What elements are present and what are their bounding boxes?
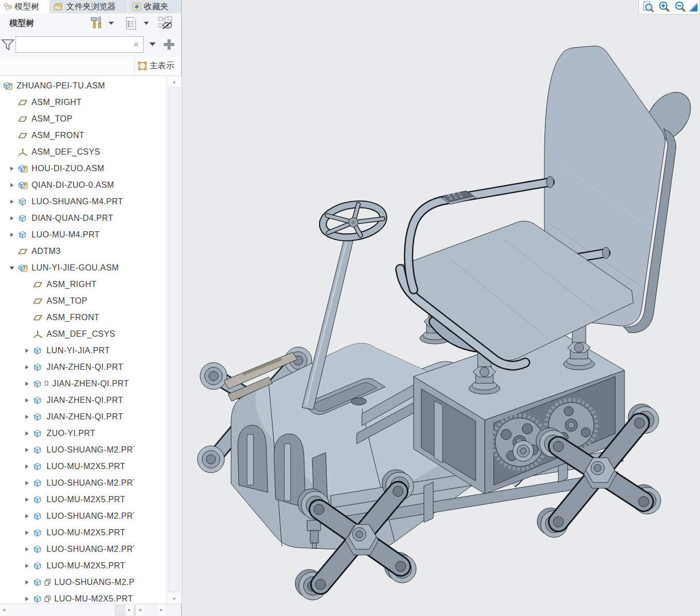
tree-item[interactable]: LUO-SHUANG-M4.PRT [0, 193, 134, 210]
model-tree-tab-icon [4, 3, 12, 11]
expand-icon[interactable] [7, 230, 17, 240]
column-scroll-left-icon[interactable]: ◄ [136, 604, 144, 615]
tree-item-label: ASM_FRONT [47, 313, 99, 322]
scroll-up-icon[interactable]: ▲ [167, 76, 181, 87]
column-header-label: 主表示 [149, 61, 174, 71]
tree-item[interactable]: LUO-MU-M2X5.PRT [0, 558, 134, 574]
zoom-in-icon[interactable] [656, 1, 672, 14]
scroll-down-icon[interactable]: ▼ [167, 593, 181, 604]
tree-item[interactable]: JIAN-ZHEN-QI.PRT [0, 359, 134, 375]
expand-icon[interactable] [22, 379, 32, 389]
zoom-out-icon[interactable] [672, 1, 688, 14]
copy-marker-icon [44, 579, 51, 586]
expand-icon[interactable] [7, 180, 17, 190]
tree-item[interactable]: ASM_DEF_CSYS [0, 326, 134, 342]
expand-icon[interactable] [7, 163, 17, 174]
tree-item[interactable]: LUO-SHUANG-M2.PRT [0, 442, 134, 458]
tree-item[interactable]: LUO-MU-M2X5.PRT [0, 524, 134, 541]
expand-icon[interactable] [7, 213, 17, 223]
tree-item-label: JIAN-ZHEN-QI.PRT [52, 379, 129, 388]
tree-item[interactable]: JIAN-ZHEN-QI.PRT [0, 409, 134, 425]
expand-icon[interactable] [22, 561, 32, 571]
model-3d-view[interactable] [182, 0, 700, 616]
datum-plane-icon [32, 279, 43, 290]
expand-icon[interactable] [22, 345, 32, 356]
expander-placeholder [22, 312, 32, 323]
expand-icon[interactable] [7, 197, 17, 207]
tree-item[interactable]: ASM_FRONT [0, 309, 134, 326]
datum-plane-icon [17, 130, 28, 141]
tree-item[interactable]: DIAN-QUAN-D4.PRT [0, 210, 134, 227]
tree-visibility-icon[interactable] [158, 16, 173, 31]
expand-icon[interactable] [22, 428, 32, 439]
zoom-window-icon[interactable] [640, 1, 656, 14]
tree-vertical-scrollbar[interactable]: ▲ ▼ [166, 76, 181, 604]
tab-model-tree[interactable]: 模型树 [0, 0, 49, 13]
expand-icon[interactable] [22, 461, 32, 472]
tree-item[interactable]: ASM_FRONT [0, 127, 134, 144]
tree-item[interactable]: JIAN-ZHEN-QI.PRT [0, 392, 134, 409]
tab-folder-browser[interactable]: 文件夹浏览器 [49, 0, 128, 13]
tree-item[interactable]: LUO-SHUANG-M2.PRT [0, 574, 134, 591]
tools-icon[interactable] [89, 16, 104, 31]
clear-search-icon[interactable]: × [131, 38, 141, 51]
expand-icon[interactable] [22, 594, 32, 604]
tree-horizontal-scrollbar[interactable] [8, 604, 125, 615]
tree-item[interactable]: LUN-YI-JIE-GOU.ASM [0, 260, 134, 276]
part-icon [32, 428, 43, 439]
scroll-left-icon[interactable]: ◄ [0, 604, 8, 615]
search-dropdown-icon[interactable] [149, 42, 156, 46]
tree-item[interactable]: JIAN-ZHEN-QI.PRT [0, 375, 134, 392]
expand-icon[interactable] [22, 395, 32, 405]
tree-item[interactable]: LUO-MU-M2X5.PRT [0, 591, 134, 604]
part-icon [17, 213, 28, 223]
tree-item[interactable]: ASM_RIGHT [0, 276, 134, 293]
expand-icon[interactable] [22, 511, 32, 521]
seat-chair-part[interactable] [399, 46, 699, 366]
settings-list-icon[interactable] [123, 16, 139, 31]
assembly-icon [17, 163, 28, 174]
collapse-icon[interactable] [7, 263, 17, 273]
settings-dropdown-icon[interactable] [144, 22, 149, 25]
expand-icon[interactable] [22, 445, 32, 455]
graphics-area[interactable] [182, 0, 700, 616]
filter-funnel-icon[interactable] [1, 37, 14, 52]
expand-icon[interactable] [22, 494, 32, 505]
expand-icon[interactable] [22, 577, 32, 588]
column-scroll-right-icon[interactable]: ► [158, 604, 165, 615]
steering-handwheel-part[interactable] [321, 200, 386, 242]
expand-icon[interactable] [22, 528, 32, 538]
tree-item[interactable]: LUO-SHUANG-M2.PRT [0, 541, 134, 558]
tree-item[interactable]: ZHUANG-PEI-TU.ASM [0, 78, 134, 94]
tree-item[interactable]: ZUO-YI.PRT [0, 425, 134, 442]
expand-icon[interactable] [22, 478, 32, 488]
expand-icon[interactable] [22, 412, 32, 422]
tab-favorites[interactable]: 收藏夹 [128, 0, 181, 13]
expand-icon[interactable] [22, 362, 32, 372]
expand-icon[interactable] [22, 544, 32, 554]
datum-plane-icon [17, 246, 28, 257]
expander-placeholder [7, 97, 17, 108]
tree-item[interactable]: ADTM3 [0, 243, 134, 260]
tree-item[interactable]: LUO-SHUANG-M2.PRT [0, 475, 134, 491]
model-tree: ZHUANG-PEI-TU.ASMASM_RIGHTASM_TOPASM_FRO… [0, 76, 166, 604]
tools-dropdown-icon[interactable] [109, 22, 114, 25]
named-view-icon[interactable] [688, 1, 698, 14]
scroll-right-icon[interactable]: ► [126, 604, 133, 615]
tree-item[interactable]: ASM_TOP [0, 293, 134, 309]
tree-item[interactable]: LUN-YI-JIA.PRT [0, 342, 134, 359]
vertical-scroll-thumb[interactable] [169, 87, 179, 592]
tree-item[interactable]: LUO-MU-M2X5.PRT [0, 458, 134, 475]
tree-search-input[interactable] [18, 38, 131, 51]
tree-item[interactable]: ASM_DEF_CSYS [0, 144, 134, 160]
tree-item[interactable]: LUO-MU-M2X5.PRT [0, 491, 134, 508]
tree-item[interactable]: ASM_RIGHT [0, 94, 134, 111]
tree-item-label: JIAN-ZHEN-QI.PRT [47, 363, 123, 372]
tree-item[interactable]: ASM_TOP [0, 111, 134, 127]
tree-item[interactable]: QIAN-DI-ZUO-0.ASM [0, 177, 134, 193]
part-icon [32, 528, 43, 538]
tree-item[interactable]: HOU-DI-ZUO.ASM [0, 160, 134, 177]
tree-item[interactable]: LUO-SHUANG-M2.PRT [0, 508, 134, 524]
add-filter-icon[interactable] [161, 37, 177, 52]
tree-item[interactable]: LUO-MU-M4.PRT [0, 227, 134, 243]
